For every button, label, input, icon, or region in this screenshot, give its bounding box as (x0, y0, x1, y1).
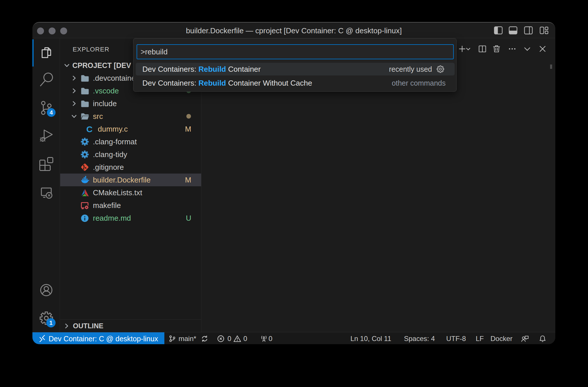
svg-text:C: C (86, 124, 93, 134)
